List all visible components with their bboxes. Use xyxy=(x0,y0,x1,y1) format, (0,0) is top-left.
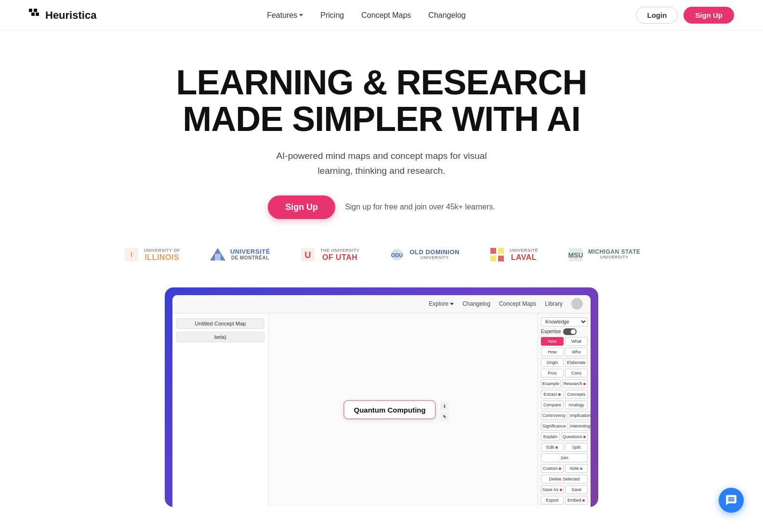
signup-nav-button[interactable]: Sign Up xyxy=(684,7,734,24)
btn-significance[interactable]: Significance xyxy=(541,422,567,430)
hero-title-line2: MADE SIMPLER WITH AI xyxy=(183,100,580,138)
btn-new[interactable]: New xyxy=(541,337,564,346)
node-action-icons: ℹ ✎ xyxy=(440,402,449,421)
btn-export[interactable]: Export xyxy=(541,496,564,505)
panel-row-delete-selected: Delete Selected xyxy=(541,475,588,483)
btn-interesting[interactable]: Interesting xyxy=(569,422,591,430)
chat-bubble-button[interactable] xyxy=(719,488,744,513)
university-laval: UNIVERSITÉ LAVAL xyxy=(488,246,538,263)
btn-split[interactable]: Split xyxy=(565,443,588,452)
btn-research[interactable]: Research xyxy=(562,379,588,388)
hero-title-line1: LEARNING & RESEARCH xyxy=(176,63,587,102)
btn-example[interactable]: Example xyxy=(541,379,561,388)
app-user-avatar[interactable] xyxy=(571,298,583,310)
panel-expertise-row: Expertise xyxy=(541,328,588,335)
node-info-icon[interactable]: ℹ xyxy=(440,402,449,410)
svg-rect-20 xyxy=(498,256,504,261)
btn-elaborate[interactable]: Elaborate xyxy=(565,358,588,367)
svg-text:ODU: ODU xyxy=(391,252,403,258)
panel-row-save-as-save: Save As Save xyxy=(541,485,588,494)
app-topbar: Explore Changelog Concept Maps Library xyxy=(172,295,591,313)
nav-features[interactable]: Features xyxy=(267,11,303,20)
university-old-dominion: ODU OLD DOMINION UNIVERSITY xyxy=(388,246,460,263)
svg-rect-17 xyxy=(490,248,496,254)
node-edit-icon[interactable]: ✎ xyxy=(440,412,449,421)
university-illinois: I UNIVERSITY OF ILLINOIS xyxy=(123,246,180,263)
navbar: Heuristica Features Pricing Concept Maps… xyxy=(0,0,763,31)
app-screenshot: Explore Changelog Concept Maps Library U… xyxy=(165,287,598,507)
nav-links: Features Pricing Concept Maps Changelog xyxy=(267,11,466,20)
panel-knowledge-row: Knowledge xyxy=(541,317,588,326)
nav-concept-maps[interactable]: Concept Maps xyxy=(361,11,411,20)
btn-questions[interactable]: Questions xyxy=(561,432,588,441)
svg-rect-9 xyxy=(215,254,221,260)
btn-origin[interactable]: Origin xyxy=(541,358,564,367)
app-explore-link[interactable]: Explore xyxy=(429,300,454,307)
logo-text: Heuristica xyxy=(45,9,96,22)
login-button[interactable]: Login xyxy=(636,7,678,24)
sidebar-tab-beta[interactable]: beta) xyxy=(176,332,264,342)
nav-buttons: Login Sign Up xyxy=(636,7,734,24)
svg-rect-2 xyxy=(31,13,35,16)
btn-custom[interactable]: Custom xyxy=(541,464,564,473)
app-changelog-link[interactable]: Changelog xyxy=(462,300,490,307)
panel-row-join: Join xyxy=(541,454,588,462)
btn-edit[interactable]: Edit xyxy=(541,443,564,452)
chat-icon xyxy=(725,494,737,506)
btn-implications[interactable]: Implications xyxy=(569,411,591,420)
knowledge-select[interactable]: Knowledge xyxy=(541,317,588,326)
expertise-toggle[interactable] xyxy=(563,328,577,335)
hero-cta-text: Sign up for free and join over 45k+ lear… xyxy=(345,203,495,211)
panel-row-pros-cons: Pros Cons xyxy=(541,369,588,377)
panel-row-significance-interesting: Significance Interesting xyxy=(541,422,588,430)
quantum-computing-node[interactable]: Quantum Computing ℹ ✎ xyxy=(344,400,436,419)
changelog-label: Changelog xyxy=(428,11,465,19)
pricing-label: Pricing xyxy=(320,11,344,19)
app-topbar-links: Explore Changelog Concept Maps Library xyxy=(429,300,563,307)
app-right-panel: Knowledge Expertise New What xyxy=(538,313,591,506)
btn-who[interactable]: Who xyxy=(565,348,588,356)
panel-row-explain-questions: Explain Questions xyxy=(541,432,588,441)
btn-delete-selected[interactable]: Delete Selected xyxy=(541,475,588,483)
svg-rect-3 xyxy=(36,13,39,16)
app-concept-maps-link[interactable]: Concept Maps xyxy=(499,300,536,307)
btn-extract[interactable]: Extract xyxy=(541,390,564,399)
app-sidebar: Untitled Concept Map beta) xyxy=(172,313,269,506)
btn-controversy[interactable]: Controversy xyxy=(541,411,567,420)
panel-row-custom-note: Custom Note xyxy=(541,464,588,473)
nav-changelog[interactable]: Changelog xyxy=(428,11,465,20)
btn-save[interactable]: Save xyxy=(566,485,588,494)
panel-row-export-embed: Export Embed xyxy=(541,496,588,505)
btn-how[interactable]: How xyxy=(541,348,564,356)
panel-row-how-who: How Who xyxy=(541,348,588,356)
btn-pros[interactable]: Pros xyxy=(541,369,564,377)
panel-row-edit-split: Edit Split xyxy=(541,443,588,452)
btn-concepts[interactable]: Concepts xyxy=(565,390,588,399)
app-canvas[interactable]: Quantum Computing ℹ ✎ xyxy=(269,313,538,506)
panel-row-new-what: New What xyxy=(541,337,588,346)
hero-subtitle: AI-powered mind maps and concept maps fo… xyxy=(266,149,497,178)
svg-rect-18 xyxy=(498,248,504,254)
btn-what[interactable]: What xyxy=(565,337,588,346)
signup-hero-button[interactable]: Sign Up xyxy=(268,195,335,219)
btn-analogy[interactable]: Analogy xyxy=(565,401,588,409)
btn-explain[interactable]: Explain xyxy=(541,432,560,441)
nav-pricing[interactable]: Pricing xyxy=(320,11,344,20)
logo[interactable]: Heuristica xyxy=(29,9,96,22)
btn-embed[interactable]: Embed xyxy=(565,496,588,505)
concept-maps-label: Concept Maps xyxy=(361,11,411,19)
btn-note[interactable]: Note xyxy=(565,464,588,473)
btn-compare[interactable]: Compare xyxy=(541,401,564,409)
btn-cons[interactable]: Cons xyxy=(565,369,588,377)
hero-title: LEARNING & RESEARCH MADE SIMPLER WITH AI xyxy=(176,65,587,137)
svg-text:I: I xyxy=(131,251,132,259)
svg-rect-0 xyxy=(29,9,32,12)
features-label: Features xyxy=(267,11,297,20)
btn-join[interactable]: Join xyxy=(541,454,588,462)
app-library-link[interactable]: Library xyxy=(545,300,563,307)
sidebar-tab-concept-map[interactable]: Untitled Concept Map xyxy=(176,318,264,329)
panel-row-origin-elaborate: Origin Elaborate xyxy=(541,358,588,367)
btn-save-as[interactable]: Save As xyxy=(541,485,564,494)
toggle-thumb xyxy=(571,329,576,334)
panel-row-controversy-implications: Controversy Implications xyxy=(541,411,588,420)
